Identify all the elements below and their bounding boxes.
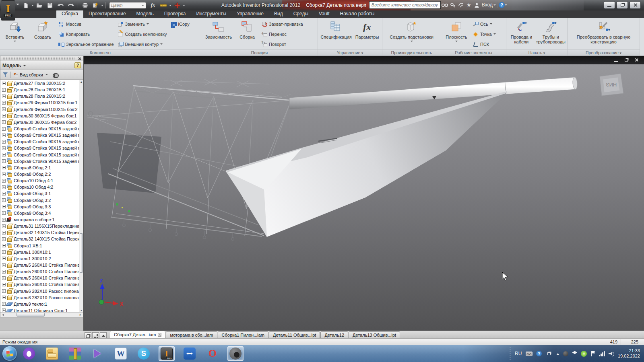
taskbar-app-inventor[interactable]: I PRO [159,346,175,361]
panel-title-convert[interactable]: Преобразование [568,49,640,56]
sign-in-dropdown[interactable] [493,4,496,7]
qat-customize-dropdown[interactable] [183,5,185,7]
browser-grip[interactable] [0,56,83,61]
expand-plus-icon[interactable] [2,146,6,150]
application-menu-dropdown[interactable] [16,4,19,7]
tree-item[interactable]: Деталь30 360X15 Ферма бок:1 [2,113,79,119]
tree-item[interactable]: Деталь6 282X10 Раскос пилона [2,288,79,294]
expand-plus-icon[interactable] [2,198,6,202]
expand-plus-icon[interactable] [2,88,6,92]
constrain-button[interactable]: Зависимость [203,19,234,49]
expand-plus-icon[interactable] [2,263,6,267]
expand-plus-icon[interactable] [2,153,6,156]
tree-item[interactable]: Сборка9 Стойка 90X15 задней г [2,125,79,132]
copy-button[interactable]: Копировать [57,30,115,39]
insert-component-button[interactable]: Вставить [2,19,28,49]
ribbon-tab[interactable]: Vault [314,10,334,18]
expand-plus-icon[interactable] [2,250,6,254]
expand-plus-icon[interactable] [2,270,6,274]
browser-title-dropdown[interactable] [23,65,26,68]
taskbar-app-recorder[interactable] [227,346,244,361]
tree-item[interactable]: Деталь30 360X15 Ферма бок:2 [2,119,79,125]
expand-plus-icon[interactable] [2,244,6,247]
ribbon-tab[interactable]: Проверка [159,10,191,18]
create-component-button[interactable]: Создать [29,19,56,49]
parameters-button[interactable]: fx Параметры [354,19,380,49]
language-indicator[interactable]: RU [515,351,522,356]
work-point-button[interactable]: Точка [471,30,497,39]
expand-plus-icon[interactable] [2,224,6,228]
expand-plus-icon[interactable] [2,173,6,176]
antivirus-icon[interactable]: + [581,351,587,357]
redo-button[interactable] [66,1,76,9]
taskbar-clock[interactable]: 21:33 19.02.2022 [618,348,640,359]
viewport-3d[interactable]: НИЗ Z X [83,56,644,331]
new-file-dropdown[interactable] [31,5,34,7]
tree-item[interactable]: Деталь1 300X10:1 [2,249,79,255]
expand-plus-icon[interactable] [2,218,6,222]
rotate-button[interactable]: Поворот [260,40,304,49]
ribbon-tab[interactable]: Сборка [56,10,83,18]
expand-plus-icon[interactable] [2,127,6,131]
work-axis-button[interactable]: Ось [471,20,497,29]
favorites-star-icon[interactable]: ★ [465,1,473,9]
scroll-up-arrow[interactable]: ▲ [80,80,83,84]
expand-plus-icon[interactable] [2,296,6,299]
viewcube[interactable]: НИЗ [600,74,623,96]
browser-view-mode[interactable]: Вид сборки [13,72,43,77]
ribbon-tab[interactable]: Модель [131,10,159,18]
document-tab[interactable]: Деталь13 Обшив...ipt [349,331,400,338]
open-button[interactable] [35,1,44,9]
expand-plus-icon[interactable] [2,257,6,260]
show-hidden-icons-chevron[interactable] [556,352,559,355]
action-center-flag-icon[interactable] [590,351,595,356]
doc-minimize-button[interactable] [613,57,619,63]
panel-title-component[interactable]: Компонент [0,49,201,56]
ribbon-tab[interactable]: Среды [288,10,314,18]
panel-title-manage[interactable]: Управление [318,49,382,56]
measure-button[interactable] [159,1,168,9]
tree-item[interactable]: Деталь5 260X10 Стойка Пилона [2,275,79,281]
tree-item[interactable]: Сборка9 Обод 3:2 [2,197,79,204]
restore-button[interactable] [617,1,628,9]
network-icon[interactable] [599,351,605,356]
work-plane-button[interactable]: Плоскость [443,19,470,49]
tree-item[interactable]: Сборка9 Обод 3:3 [2,204,79,210]
tree-item[interactable]: Сборка9 Обод 3:1 [2,190,79,197]
tree-item[interactable]: Сборка10 Обод 4:2 [2,184,79,190]
dropbox-icon[interactable] [572,351,577,356]
minimize-button[interactable] [604,1,615,9]
parameters-fx-button[interactable]: fx [148,1,158,9]
bom-button[interactable]: Спецификация [320,19,353,49]
quick-render-button[interactable] [91,1,100,9]
view-mode-dropdown[interactable] [45,74,48,76]
grip-snap-button[interactable]: Захват-привязка [260,20,304,29]
close-button[interactable] [630,1,641,9]
taskbar-app-skype[interactable]: S [136,346,152,361]
tree-item[interactable]: моторама в сборе:1 [2,216,79,223]
filter-icon[interactable] [3,72,8,77]
collapse-tabs-button[interactable] [100,332,107,338]
tree-item[interactable]: Деталь32 140X15 Стойка Перек [2,229,79,236]
tree-item[interactable]: Деталь28 Пола 260X15:1 [2,86,79,93]
pattern-button[interactable]: Массив [57,20,115,29]
search-binoculars-icon[interactable] [441,1,449,9]
search-collapse-arrow[interactable] [365,3,368,6]
expand-plus-icon[interactable] [2,276,6,280]
recorder-tray-icon[interactable] [563,351,568,356]
tree-item[interactable]: Деталь5 260X10 Стойка Пилона [2,268,79,275]
taskbar-app-explorer[interactable] [44,346,60,361]
expand-plus-icon[interactable] [2,114,6,117]
tree-item[interactable]: Деталь32 140X15 Стойка Перек [2,236,79,242]
expand-plus-icon[interactable] [2,159,6,163]
ribbon-tab[interactable]: Начало работы [335,10,380,18]
tree-item[interactable]: Сборка8 Обод 2:2 [2,171,79,177]
taskbar-app-teamviewer[interactable] [182,346,198,361]
expand-plus-icon[interactable] [2,101,6,105]
scroll-right-arrow[interactable]: ► [78,313,83,317]
tree-item[interactable]: Деталь27 Пола 320X15:2 [2,80,79,86]
expand-plus-icon[interactable] [2,237,6,241]
ribbon-tab[interactable]: Проектирование [83,10,131,18]
tree-item[interactable]: Деталь5 260X10 Стойка Пилона [2,281,79,288]
expand-plus-icon[interactable] [2,179,6,183]
